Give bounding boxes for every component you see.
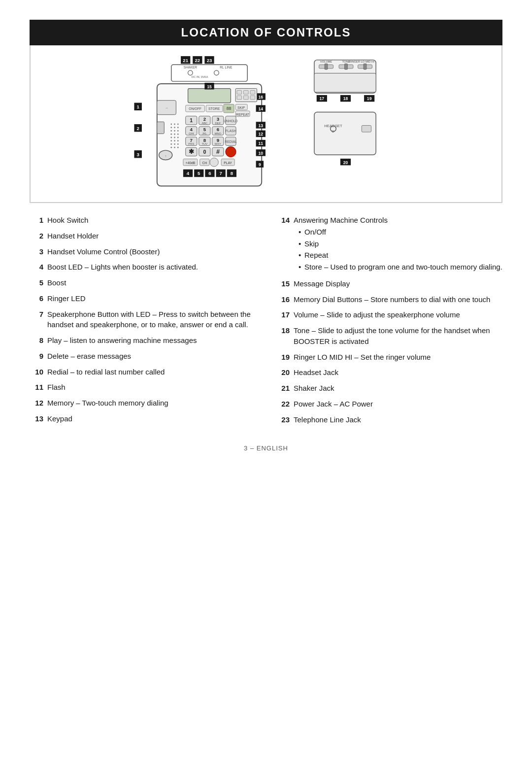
page-footer: 3 – ENGLISH — [30, 444, 502, 452]
svg-text:ON/OFF: ON/OFF — [189, 107, 201, 110]
list-item: 13Keypad — [30, 413, 256, 424]
svg-point-9 — [214, 70, 219, 75]
list-item: 22Power Jack – AC Power — [276, 399, 502, 409]
svg-text:GHI: GHI — [189, 132, 194, 135]
list-item: 2Handset Holder — [30, 231, 256, 241]
control-description: Hook Switch — [47, 215, 256, 226]
svg-text:FLASH: FLASH — [226, 129, 236, 133]
control-description: Tone – Slide to adjust the tone volume f… — [294, 325, 502, 347]
svg-point-34 — [170, 137, 172, 138]
svg-text:13: 13 — [258, 123, 263, 128]
svg-rect-159 — [362, 126, 371, 132]
list-item: 8Play – listen to answering machine mess… — [30, 335, 256, 346]
svg-text:HEADSET: HEADSET — [324, 124, 342, 128]
svg-text:11: 11 — [258, 141, 263, 146]
svg-text:PLAY: PLAY — [224, 161, 232, 165]
control-description: Flash — [47, 382, 256, 393]
list-item: 1Hook Switch — [30, 215, 256, 226]
svg-point-28 — [170, 130, 172, 132]
svg-text:15: 15 — [207, 84, 212, 89]
list-item: 6Ringer LED — [30, 293, 256, 304]
svg-point-42 — [177, 143, 179, 145]
svg-rect-146 — [364, 64, 366, 69]
svg-rect-140 — [325, 64, 328, 69]
svg-text:JKL: JKL — [202, 132, 207, 135]
svg-text:VOLUME: VOLUME — [320, 60, 332, 63]
svg-text:19: 19 — [367, 96, 372, 101]
svg-text:⊙: ⊙ — [332, 130, 334, 133]
list-item: 10Redial – to redial last number called — [30, 367, 256, 377]
list-item: 9Delete – erase messages — [30, 351, 256, 362]
control-number: 10 — [30, 367, 43, 377]
control-number: 16 — [276, 294, 290, 305]
svg-text:TUV: TUV — [202, 142, 208, 145]
diagram-area: 21 22 23 SHAKER RL LINE DC IN, 9VAA 1 2 … — [30, 45, 502, 203]
control-number: 4 — [30, 262, 43, 273]
svg-text:ABC: ABC — [201, 122, 207, 125]
control-description: Power Jack – AC Power — [294, 399, 502, 409]
svg-point-26 — [174, 127, 175, 128]
svg-text:10: 10 — [258, 151, 263, 156]
svg-point-45 — [177, 147, 179, 148]
svg-text:SHAKER: SHAKER — [183, 66, 197, 69]
svg-text:3: 3 — [217, 116, 220, 122]
list-item: 21Shaker Jack — [276, 383, 502, 394]
svg-text:UNHOLD: UNHOLD — [224, 119, 238, 123]
control-description: Shaker Jack — [294, 383, 502, 394]
svg-point-41 — [174, 143, 175, 145]
control-number: 8 — [30, 335, 43, 346]
svg-text:9: 9 — [259, 162, 261, 167]
svg-text:1: 1 — [136, 104, 139, 109]
list-item: 5Boost — [30, 277, 256, 288]
control-description: Memory – Two-touch memory dialing — [47, 398, 256, 409]
svg-rect-143 — [345, 64, 348, 69]
svg-point-125 — [210, 158, 218, 167]
side-phone-svg: VOLUME TONE RINGER LO MID HI 17 18 19 HE… — [303, 55, 401, 183]
svg-text:2: 2 — [203, 116, 206, 122]
control-number: 3 — [30, 246, 43, 257]
svg-text:20: 20 — [343, 160, 348, 165]
svg-rect-55 — [244, 90, 249, 94]
svg-text:16: 16 — [258, 95, 263, 100]
list-item: 15Message Display — [276, 278, 502, 289]
svg-point-7 — [188, 70, 193, 75]
svg-text:5: 5 — [203, 127, 206, 132]
sub-item: Store – Used to program one and two-touc… — [299, 262, 502, 273]
control-description: Headset Jack — [294, 367, 502, 378]
svg-point-39 — [177, 140, 179, 141]
svg-rect-57 — [237, 96, 242, 100]
control-description: Ringer LO MID HI – Set the ringer volume — [294, 352, 502, 363]
control-number: 15 — [276, 278, 290, 289]
svg-text:#: # — [216, 148, 220, 155]
controls-right-col: 14Answering Machine ControlsOn/OffSkipRe… — [276, 215, 502, 430]
list-item: 17Volume – Slide to adjust the speakerph… — [276, 309, 502, 320]
control-number: 9 — [30, 351, 43, 362]
svg-rect-155 — [314, 112, 376, 155]
svg-text:+40dB: +40dB — [186, 161, 196, 165]
control-number: 2 — [30, 231, 43, 241]
svg-text:9: 9 — [217, 137, 219, 143]
svg-point-23 — [174, 124, 175, 125]
svg-text:88: 88 — [227, 106, 232, 111]
control-number: 23 — [276, 414, 290, 425]
svg-text:8: 8 — [203, 137, 206, 143]
control-description: Redial – to redial last number called — [47, 367, 256, 377]
control-description: Delete – erase messages — [47, 351, 256, 362]
svg-text:MNO: MNO — [215, 132, 222, 135]
svg-text:RINGER LO MID HI: RINGER LO MID HI — [349, 60, 375, 63]
svg-text:7: 7 — [219, 170, 222, 176]
list-item: 7Speakerphone Button with LED – Press to… — [30, 309, 256, 331]
control-description: Volume – Slide to adjust the speakerphon… — [294, 309, 502, 320]
list-item: 19Ringer LO MID HI – Set the ringer volu… — [276, 352, 502, 363]
svg-text:✱: ✱ — [189, 148, 194, 155]
control-number: 22 — [276, 399, 290, 409]
svg-text:5: 5 — [198, 170, 200, 176]
svg-text:↑: ↑ — [165, 154, 166, 158]
svg-text:22: 22 — [195, 58, 200, 63]
svg-point-43 — [170, 147, 172, 148]
list-item: 18Tone – Slide to adjust the tone volume… — [276, 325, 502, 347]
svg-text:7: 7 — [190, 137, 193, 143]
svg-text:21: 21 — [183, 58, 188, 63]
svg-text:DC IN, 9VAA: DC IN, 9VAA — [192, 75, 208, 78]
svg-point-24 — [177, 124, 179, 125]
